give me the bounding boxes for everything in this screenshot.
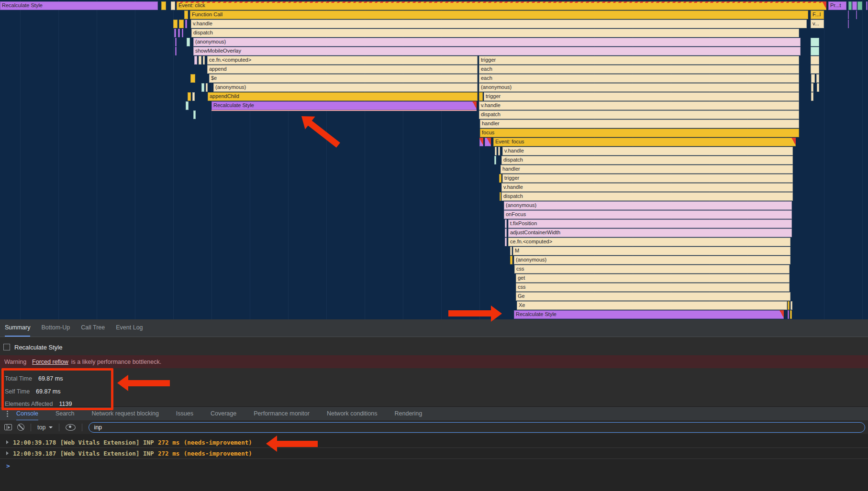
flame-bar[interactable] (171, 1, 175, 10)
flame-bar[interactable]: trigger (484, 92, 799, 101)
flame-bar[interactable] (811, 47, 819, 55)
tab-call-tree[interactable]: Call Tree (81, 319, 105, 337)
flame-bar[interactable]: Function Call (190, 11, 808, 19)
flame-bar[interactable]: F...l (811, 11, 824, 19)
flame-bar[interactable] (193, 110, 196, 119)
flame-bar[interactable] (182, 29, 183, 37)
flame-bar[interactable] (505, 219, 507, 228)
flame-bar[interactable]: handler (480, 120, 799, 128)
flame-bar[interactable]: (anonymous) (514, 256, 790, 264)
flame-bar[interactable]: v.handle (191, 20, 807, 28)
flame-bar[interactable] (187, 38, 190, 46)
console-message[interactable]: 12:00:39.178 [Web Vitals Extension] INP … (0, 437, 868, 448)
console-prompt[interactable]: > (0, 459, 868, 469)
flame-bar[interactable] (186, 101, 189, 110)
forced-reflow-link[interactable]: Forced reflow (32, 359, 68, 365)
flame-bar[interactable] (848, 1, 852, 10)
expand-triangle-icon[interactable] (6, 440, 9, 444)
flame-bar[interactable] (190, 74, 195, 83)
flame-bar[interactable] (510, 256, 512, 264)
tab-rendering[interactable]: Rendering (395, 407, 423, 421)
flame-bar[interactable]: handler (501, 165, 793, 174)
flame-bar[interactable]: dispatch (501, 192, 793, 201)
flame-bar[interactable] (185, 20, 187, 28)
flame-bar[interactable] (178, 29, 180, 37)
flame-bar[interactable] (184, 11, 188, 19)
flame-bar[interactable]: (anonymous) (213, 83, 478, 92)
tab-bottom-up[interactable]: Bottom-Up (41, 319, 70, 337)
flame-bar[interactable]: ce.fn.<computed> (508, 238, 790, 246)
flame-bar[interactable] (505, 229, 507, 237)
tab-console[interactable]: Console (16, 407, 38, 421)
flame-bar[interactable] (811, 74, 815, 83)
tab-coverage[interactable]: Coverage (211, 407, 236, 421)
flame-bar[interactable]: Recalculate Style (211, 101, 477, 110)
flame-bar[interactable]: focus (480, 129, 799, 137)
flame-bar[interactable] (852, 1, 857, 10)
flame-bar[interactable] (866, 1, 868, 10)
flame-bar[interactable]: dispatch (479, 110, 799, 119)
flame-bar[interactable] (817, 83, 819, 92)
flame-bar[interactable] (495, 147, 497, 155)
flame-bar[interactable] (498, 147, 500, 155)
flame-bar[interactable]: css (514, 265, 790, 273)
flame-bar[interactable] (857, 1, 862, 10)
flame-bar[interactable] (201, 83, 204, 92)
flame-bar[interactable] (811, 92, 813, 101)
flame-bar[interactable] (505, 238, 507, 246)
flame-bar[interactable] (811, 38, 819, 46)
flame-bar[interactable]: (anonymous) (193, 38, 801, 46)
flame-bar[interactable] (790, 310, 792, 319)
flame-bar[interactable] (856, 11, 857, 19)
flame-bar[interactable]: Ge (516, 292, 790, 301)
flame-bar[interactable] (174, 29, 176, 37)
flame-bar[interactable]: (anonymous) (479, 83, 799, 92)
flame-bar[interactable]: $e (209, 74, 478, 83)
flame-bar[interactable] (179, 20, 184, 28)
flame-bar[interactable]: each (479, 74, 799, 83)
flame-bar[interactable]: trigger (502, 174, 793, 183)
expand-triangle-icon[interactable] (6, 451, 9, 455)
flame-bar[interactable] (811, 65, 819, 74)
context-selector[interactable]: top (37, 424, 53, 431)
more-tools-kebab-icon[interactable] (7, 411, 8, 412)
flame-bar[interactable]: Recalculate Style (514, 310, 784, 319)
flame-bar[interactable] (499, 174, 501, 183)
flame-bar[interactable]: css (516, 283, 790, 292)
flame-bar[interactable] (510, 247, 512, 255)
flame-bar[interactable]: appendChild (208, 92, 478, 101)
console-sidebar-toggle-icon[interactable] (4, 424, 12, 430)
flame-chart[interactable]: Recalculate StyleEvent: clickPr...tFunct… (0, 0, 868, 319)
flame-bar[interactable] (199, 56, 201, 65)
flame-bar[interactable]: v... (811, 20, 824, 28)
flame-bar[interactable] (788, 301, 790, 310)
tab-issues[interactable]: Issues (176, 407, 193, 421)
flame-bar[interactable]: showMobileOverlay (193, 47, 801, 55)
flame-bar[interactable]: adjustContainerWidth (508, 229, 792, 237)
flame-bar[interactable] (188, 92, 191, 101)
flame-bar[interactable]: M (513, 247, 790, 255)
flame-bar[interactable] (811, 83, 813, 92)
flame-bar[interactable]: ce.fn.<computed> (207, 56, 478, 65)
flame-bar[interactable] (479, 138, 483, 146)
tab-summary[interactable]: Summary (5, 319, 30, 337)
flame-bar[interactable] (816, 74, 819, 83)
flame-bar[interactable]: t.fixPosition (508, 219, 792, 228)
summary-checkbox[interactable] (3, 344, 10, 350)
flame-bar[interactable]: get (516, 274, 790, 283)
flame-bar[interactable] (494, 156, 496, 164)
flame-bar[interactable]: Event: click (177, 1, 826, 10)
flame-bar[interactable] (500, 192, 501, 201)
flame-bar[interactable] (848, 11, 849, 19)
flame-bar[interactable] (173, 20, 178, 28)
console-message[interactable]: 12:00:39.187 [Web Vitals Extension] INP … (0, 448, 868, 459)
flame-bar[interactable]: dispatch (191, 29, 799, 37)
flame-bar[interactable] (479, 92, 483, 101)
flame-bar[interactable] (203, 56, 205, 65)
tab-network-conditions[interactable]: Network conditions (327, 407, 378, 421)
flame-bar[interactable]: v.handle (479, 101, 799, 110)
flame-bar[interactable] (485, 138, 491, 146)
console-filter-input[interactable] (89, 422, 865, 433)
tab-performance-monitor[interactable]: Performance monitor (254, 407, 310, 421)
tab-search[interactable]: Search (56, 407, 75, 421)
